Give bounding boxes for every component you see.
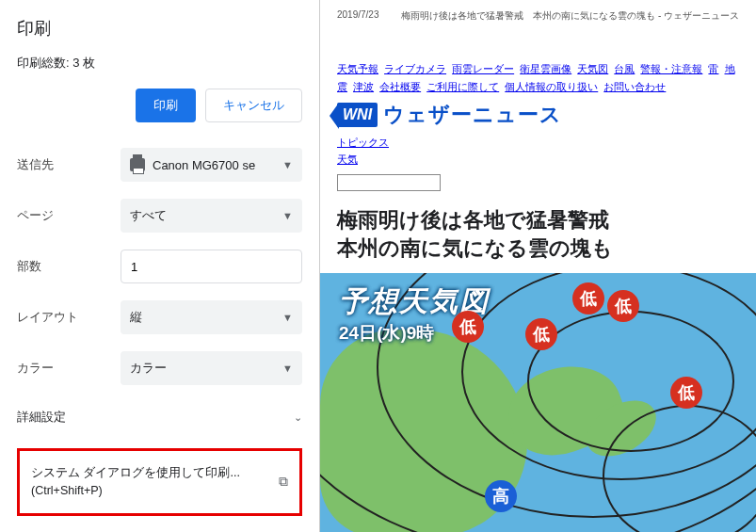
- system-dialog-link[interactable]: システム ダイアログを使用して印刷... (Ctrl+Shift+P) ⧉: [17, 448, 302, 516]
- brand-text: ウェザーニュース: [383, 101, 562, 129]
- low-pressure-icon: 低: [525, 318, 557, 350]
- print-dialog: 印刷 印刷総数: 3 枚 印刷 キャンセル 送信先 Canon MG6700 s…: [0, 0, 320, 532]
- low-pressure-icon: 低: [452, 311, 484, 343]
- headline-line1: 梅雨明け後は各地で猛暑警戒: [337, 206, 739, 235]
- advanced-label: 詳細設定: [17, 409, 66, 426]
- high-pressure-icon: 高: [485, 480, 517, 512]
- advanced-toggle[interactable]: 詳細設定 ⌄: [17, 394, 302, 441]
- cancel-button[interactable]: キャンセル: [205, 89, 302, 122]
- search-input[interactable]: [337, 174, 441, 191]
- nav-link[interactable]: 天気図: [577, 63, 608, 74]
- action-buttons: 印刷 キャンセル: [17, 89, 302, 122]
- wni-logo: WNI: [337, 103, 378, 127]
- destination-select[interactable]: Canon MG6700 se ▼: [121, 148, 302, 182]
- chevron-down-icon: ⌄: [294, 411, 302, 424]
- sub-links: トピックス 天気: [337, 135, 739, 168]
- copies-row: 部数: [17, 241, 302, 292]
- chevron-down-icon: ▼: [282, 312, 293, 323]
- topics-link[interactable]: トピックス: [337, 135, 739, 152]
- nav-link[interactable]: 衛星雲画像: [520, 63, 571, 74]
- nav-link[interactable]: お問い合わせ: [603, 81, 666, 92]
- color-select[interactable]: カラー ▼: [121, 351, 302, 385]
- print-preview: 2019/7/23 梅雨明け後は各地で猛暑警戒 本州の南に気になる雲の塊も - …: [320, 0, 756, 532]
- headline-line2: 本州の南に気になる雲の塊も: [337, 234, 739, 264]
- destination-row: 送信先 Canon MG6700 se ▼: [17, 139, 302, 190]
- chevron-down-icon: ▼: [282, 363, 293, 374]
- low-pressure-icon: 低: [572, 282, 604, 314]
- nav-link[interactable]: 天気予報: [337, 63, 378, 74]
- weather-map: 予想天気図 24日(水)9時 低 低 低 低 低 高: [320, 273, 756, 532]
- system-dialog-shortcut: (Ctrl+Shift+P): [31, 482, 240, 500]
- low-pressure-icon: 低: [607, 290, 639, 322]
- printer-icon: [130, 158, 145, 171]
- copies-input[interactable]: [121, 250, 302, 283]
- weather-link[interactable]: 天気: [337, 152, 739, 169]
- nav-link[interactable]: ご利用に際して: [426, 81, 499, 92]
- brand-row: WNI ウェザーニュース: [337, 101, 739, 129]
- nav-links: 天気予報 ライブカメラ 雨雲レーダー 衛星雲画像 天気図 台風 警報・注意報 雷…: [337, 60, 739, 95]
- chevron-down-icon: ▼: [282, 210, 293, 221]
- pages-value: すべて: [130, 207, 167, 224]
- nav-link[interactable]: ライブカメラ: [384, 63, 446, 74]
- nav-link[interactable]: 雷: [708, 63, 718, 74]
- pages-row: ページ すべて ▼: [17, 190, 302, 241]
- low-pressure-icon: 低: [670, 377, 702, 409]
- layout-select[interactable]: 縦 ▼: [121, 300, 302, 334]
- system-dialog-text: システム ダイアログを使用して印刷...: [31, 464, 240, 482]
- preview-header: 2019/7/23 梅雨明け後は各地で猛暑警戒 本州の南に気になる雲の塊も - …: [337, 9, 739, 23]
- nav-link[interactable]: 会社概要: [379, 81, 421, 92]
- layout-value: 縦: [130, 309, 142, 326]
- launch-icon: ⧉: [279, 474, 288, 490]
- nav-link[interactable]: 警報・注意報: [640, 63, 702, 74]
- color-value: カラー: [130, 360, 167, 377]
- nav-link[interactable]: 台風: [614, 63, 635, 74]
- pages-label: ページ: [17, 207, 121, 224]
- preview-page-title: 梅雨明け後は各地で猛暑警戒 本州の南に気になる雲の塊も - ウェザーニュース: [401, 9, 739, 23]
- layout-row: レイアウト 縦 ▼: [17, 292, 302, 343]
- color-label: カラー: [17, 360, 121, 377]
- headline: 梅雨明け後は各地で猛暑警戒 本州の南に気になる雲の塊も: [337, 206, 739, 265]
- layout-label: レイアウト: [17, 309, 121, 326]
- print-button[interactable]: 印刷: [136, 89, 196, 122]
- preview-date: 2019/7/23: [337, 9, 379, 23]
- nav-link[interactable]: 個人情報の取り扱い: [505, 81, 598, 92]
- dialog-title: 印刷: [17, 17, 302, 40]
- pages-select[interactable]: すべて ▼: [121, 199, 302, 233]
- color-row: カラー カラー ▼: [17, 343, 302, 394]
- nav-link[interactable]: 雨雲レーダー: [452, 63, 514, 74]
- chevron-down-icon: ▼: [282, 159, 293, 170]
- destination-value: Canon MG6700 se: [153, 158, 255, 172]
- destination-label: 送信先: [17, 156, 121, 173]
- copies-label: 部数: [17, 258, 121, 275]
- total-pages: 印刷総数: 3 枚: [17, 55, 302, 72]
- nav-link[interactable]: 津波: [353, 81, 374, 92]
